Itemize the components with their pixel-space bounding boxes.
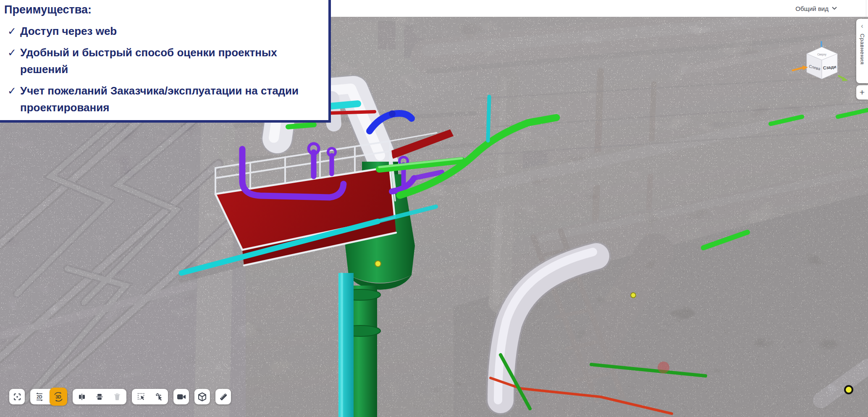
object-select-icon: [154, 392, 163, 401]
tab-comparisons-label: Сравнения: [859, 34, 865, 65]
toolbar-group-dimension: 2D 3D: [30, 389, 67, 404]
panel-edge-separator: [866, 0, 866, 17]
toolbar-group-measure: [215, 389, 231, 404]
marquee-select-button[interactable]: [136, 392, 146, 402]
chevron-left-icon: ‹: [861, 23, 863, 29]
toolbar-group-fit: [9, 389, 25, 404]
advantage-item: ✓ Доступ через web: [4, 23, 319, 39]
advantages-overlay-card: Преимущества: ✓ Доступ через web ✓ Удобн…: [0, 0, 331, 123]
delete-button[interactable]: [112, 392, 122, 402]
point-cloud-viewer-app: Сверху Слева Сзади Общий вид Преимуществ…: [0, 0, 868, 417]
advantage-text: Удобный и быстрый способ оценки проектны…: [20, 44, 316, 78]
view-selector-label: Общий вид: [795, 5, 829, 12]
record-video-icon: [177, 393, 186, 400]
svg-text:2D: 2D: [37, 394, 42, 399]
annotation-marker[interactable]: [844, 385, 853, 394]
advantages-title: Преимущества:: [4, 3, 319, 16]
split-vertical-icon: [78, 393, 86, 401]
advantage-text: Учет пожеланий Заказчика/эксплуатации на…: [20, 82, 316, 116]
toolbar-group-selection: [132, 389, 168, 404]
fit-view-icon: [13, 393, 21, 401]
record-video-button[interactable]: [176, 392, 186, 402]
advantage-text: Доступ через web: [20, 23, 117, 39]
toolbar-group-video: [173, 389, 189, 404]
delete-icon: [113, 393, 121, 401]
mode-2d-icon: 2D: [34, 392, 45, 402]
tab-comparisons[interactable]: ‹ Сравнения: [856, 19, 868, 83]
mode-3d-icon: 3D: [53, 391, 64, 402]
toolbar-group-split: [73, 389, 126, 404]
view-cube-top-label[interactable]: Сверху: [817, 53, 826, 56]
mode-2d-button[interactable]: 2D: [34, 392, 45, 402]
toolbar-group-cube: [194, 389, 210, 404]
chevron-down-icon: [832, 7, 837, 10]
measure-icon: [219, 392, 228, 401]
plus-icon: +: [860, 87, 865, 97]
viewer-toolbar: 2D 3D: [9, 389, 231, 404]
view-selector-dropdown[interactable]: Общий вид: [795, 0, 837, 17]
split-horizontal-button[interactable]: [94, 392, 105, 402]
cube-icon: [198, 392, 207, 401]
split-vertical-button[interactable]: [77, 392, 87, 402]
checkmark-icon: ✓: [4, 23, 20, 39]
add-button[interactable]: +: [856, 85, 868, 100]
mode-3d-button-active[interactable]: 3D: [50, 388, 67, 406]
checkmark-icon: ✓: [4, 82, 20, 116]
cad-green-stub: [288, 125, 314, 127]
checkmark-icon: ✓: [4, 44, 20, 78]
advantage-item: ✓ Удобный и быстрый способ оценки проект…: [4, 44, 319, 78]
cube-tool-button[interactable]: [197, 392, 207, 402]
fit-view-button[interactable]: [12, 392, 22, 402]
svg-text:3D: 3D: [55, 394, 61, 399]
object-select-button[interactable]: [154, 392, 164, 402]
advantage-item: ✓ Учет пожеланий Заказчика/эксплуатации …: [4, 82, 319, 116]
split-horizontal-icon: [95, 393, 104, 401]
measure-button[interactable]: [218, 392, 228, 402]
marquee-select-icon: [137, 392, 146, 401]
